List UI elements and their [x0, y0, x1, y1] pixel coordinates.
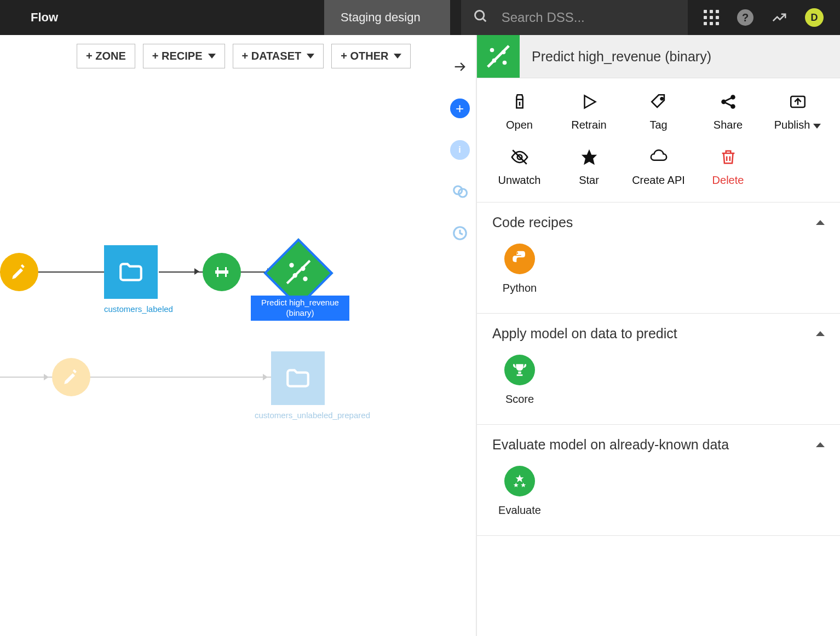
create-api-button[interactable]: Create API	[624, 148, 693, 187]
model-node-label: Predict high_revenue (binary)	[251, 296, 349, 321]
svg-point-5	[303, 276, 307, 281]
recipe-evaluate[interactable]: Evaluate	[492, 466, 547, 517]
chevron-down-icon	[813, 124, 821, 129]
recipe-python[interactable]: Python	[492, 244, 547, 294]
star-button[interactable]: Star	[554, 148, 624, 187]
trend-icon[interactable]	[771, 9, 787, 26]
side-rail: + i	[444, 35, 476, 636]
svg-point-11	[490, 48, 494, 53]
flow-canvas[interactable]: customers_labeled Predict high_revenue (…	[0, 35, 444, 636]
publish-button[interactable]: Publish	[763, 92, 832, 131]
rail-discussion-icon[interactable]	[450, 182, 470, 201]
global-search[interactable]	[461, 0, 688, 35]
chevron-up-icon	[816, 220, 825, 225]
svg-marker-34	[521, 483, 526, 488]
model-icon	[477, 35, 520, 78]
dataset-labeled-label: customers_labeled	[104, 304, 158, 314]
rail-add-icon[interactable]: +	[450, 99, 470, 118]
svg-point-14	[503, 61, 507, 65]
svg-marker-28	[581, 149, 596, 165]
help-icon[interactable]: ?	[737, 9, 753, 26]
collapse-panel-icon[interactable]	[450, 57, 470, 77]
apps-icon[interactable]	[703, 9, 720, 26]
panel-actions: Open Retrain Tag Share Publish Unwatch S…	[477, 78, 840, 203]
svg-line-22	[725, 98, 731, 101]
svg-marker-32	[516, 475, 524, 482]
open-button[interactable]: Open	[485, 92, 554, 131]
section-apply-model-header[interactable]: Apply model on data to predict	[492, 326, 825, 342]
section-code-recipes: Code recipes Python	[477, 203, 840, 314]
svg-line-23	[725, 102, 731, 106]
svg-point-2	[289, 263, 294, 267]
section-evaluate-model: Evaluate model on already-known data Eva…	[477, 425, 840, 536]
recipe-score[interactable]: Score	[492, 355, 547, 406]
train-recipe-node[interactable]	[203, 253, 241, 291]
prepare-recipe-node-faded[interactable]	[52, 358, 90, 396]
tag-button[interactable]: Tag	[624, 92, 693, 131]
panel-header: Predict high_revenue (binary)	[477, 35, 840, 78]
retrain-button[interactable]: Retrain	[554, 92, 624, 131]
unwatch-button[interactable]: Unwatch	[485, 148, 554, 187]
top-right-icons: ? D	[688, 0, 840, 35]
top-bar: Flow Staging design ? D	[0, 0, 840, 35]
tab-flow[interactable]: Flow	[0, 0, 89, 35]
rail-info-icon[interactable]: i	[450, 140, 470, 160]
dataset-labeled-node[interactable]: customers_labeled	[104, 245, 158, 314]
svg-marker-33	[514, 483, 519, 488]
chevron-up-icon	[816, 331, 825, 336]
tab-staging-design[interactable]: Staging design	[324, 0, 450, 35]
rail-history-icon[interactable]	[450, 223, 470, 243]
prepare-recipe-node[interactable]	[0, 253, 38, 291]
search-input[interactable]	[502, 10, 676, 25]
user-avatar[interactable]: D	[805, 8, 824, 27]
svg-line-1	[482, 19, 486, 22]
svg-marker-17	[584, 96, 595, 108]
python-icon	[504, 244, 535, 274]
details-panel: Predict high_revenue (binary) Open Retra…	[476, 35, 840, 636]
section-evaluate-model-header[interactable]: Evaluate model on already-known data	[492, 437, 825, 453]
section-code-recipes-header[interactable]: Code recipes	[492, 215, 825, 230]
delete-button[interactable]: Delete	[693, 148, 763, 187]
dataset-unlabeled-node[interactable]: customers_unlabeled_prepared	[271, 351, 342, 420]
dataset-unlabeled-label: customers_unlabeled_prepared	[255, 410, 342, 420]
svg-point-31	[516, 252, 518, 254]
panel-title: Predict high_revenue (binary)	[520, 49, 711, 65]
search-icon	[473, 9, 488, 26]
share-button[interactable]: Share	[693, 92, 763, 131]
section-apply-model: Apply model on data to predict Score	[477, 314, 840, 425]
chevron-up-icon	[816, 442, 825, 447]
svg-point-18	[660, 97, 663, 100]
stars-icon	[504, 466, 535, 496]
trophy-icon	[504, 355, 535, 385]
svg-point-0	[475, 11, 484, 20]
